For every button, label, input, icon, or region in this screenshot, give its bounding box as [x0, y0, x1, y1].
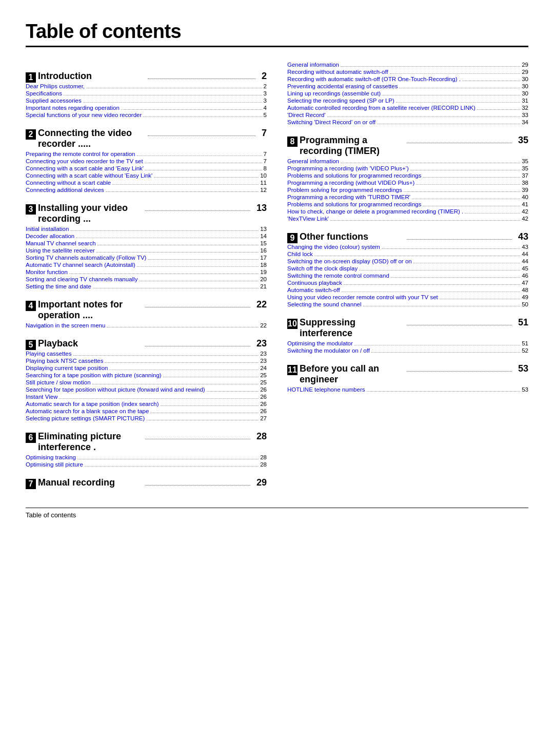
toc-entry[interactable]: Switching the on-screen display (OSD) of…	[287, 258, 528, 265]
toc-entry[interactable]: Special functions of your new video reco…	[26, 112, 267, 119]
toc-entry-dots	[341, 66, 520, 67]
toc-entry-page: 42	[522, 216, 528, 222]
toc-entry[interactable]: Recording with automatic switch-off (OTR…	[287, 76, 528, 83]
toc-entry[interactable]: Automatic search for a blank space on th…	[26, 408, 267, 415]
toc-entry[interactable]: Setting the time and date21	[26, 283, 267, 290]
section-title: Playback	[38, 338, 143, 349]
toc-entry-page: 22	[260, 322, 267, 328]
toc-entry[interactable]: Displaying current tape position24	[26, 365, 267, 372]
toc-entry[interactable]: Switching the modulator on / off52	[287, 347, 528, 354]
toc-entry[interactable]: Programming a recording with 'TURBO TIME…	[287, 194, 528, 201]
section-group: 11Before you call an engineer53HOTLINE t…	[287, 363, 528, 393]
toc-entry[interactable]: Instant View26	[26, 394, 267, 400]
toc-entry[interactable]: Supplied accessories3	[26, 98, 267, 104]
toc-entry[interactable]: Specifications3	[26, 90, 267, 97]
toc-entry[interactable]: Programming a recording (without VIDEO P…	[287, 180, 528, 186]
toc-entry[interactable]: Automatic controlled recording from a sa…	[287, 105, 528, 111]
toc-entry[interactable]: Selecting picture settings (SMART PICTUR…	[26, 415, 267, 422]
toc-entry-text: Using the satellite receiver	[26, 247, 95, 254]
toc-entry[interactable]: Using the satellite receiver16	[26, 247, 267, 254]
toc-entry-text: Instant View	[26, 394, 57, 400]
section-group: 6Eliminating picture interference .28Opt…	[26, 431, 267, 468]
section-dots	[148, 135, 255, 136]
toc-entry[interactable]: Child lock44	[287, 251, 528, 258]
toc-entry[interactable]: Playing cassettes23	[26, 351, 267, 357]
section-page: 51	[518, 317, 528, 328]
toc-entry[interactable]: Automatic search for a tape position (in…	[26, 401, 267, 408]
toc-entry[interactable]: Switching 'Direct Record' on or off34	[287, 119, 528, 126]
toc-entry[interactable]: Sorting TV channels automatically (Follo…	[26, 255, 267, 261]
toc-entry[interactable]: Connecting your video recorder to the TV…	[26, 158, 267, 165]
toc-entry[interactable]: General information29	[287, 62, 528, 68]
toc-entry[interactable]: Lining up recordings (assemble cut)30	[287, 90, 528, 97]
section-header: 3Installing your video recording ...13	[26, 203, 267, 224]
toc-entry[interactable]: Dear Philips customer,2	[26, 83, 267, 90]
toc-entry[interactable]: Still picture / slow motion25	[26, 379, 267, 386]
toc-entry[interactable]: Connecting additional devices12	[26, 187, 267, 193]
toc-entry[interactable]: 'NexTView Link'42	[287, 216, 528, 222]
toc-entry[interactable]: Selecting the sound channel50	[287, 301, 528, 308]
toc-entry[interactable]: Selecting the recording speed (SP or LP)…	[287, 98, 528, 104]
toc-entry-page: 44	[522, 258, 528, 264]
toc-entry-page: 25	[260, 372, 267, 378]
toc-entry-dots	[97, 245, 259, 245]
toc-entry[interactable]: Preventing accidental erasing of cassett…	[287, 83, 528, 90]
toc-entry[interactable]: Monitor function19	[26, 269, 267, 276]
toc-entry-dots	[359, 270, 520, 270]
toc-entry[interactable]: Manual TV channel search15	[26, 240, 267, 247]
toc-entry-page: 26	[260, 408, 267, 414]
toc-entry[interactable]: Connecting with a scart cable and 'Easy …	[26, 165, 267, 172]
toc-entry-text: Automatic controlled recording from a sa…	[287, 105, 476, 111]
toc-entry[interactable]: Searching for a tape position with pictu…	[26, 372, 267, 379]
toc-entry[interactable]: Searching for tape position without pict…	[26, 386, 267, 393]
toc-entry-text: Child lock	[287, 251, 313, 257]
toc-entry[interactable]: Problems and solutions for programmed re…	[287, 172, 528, 179]
toc-entry[interactable]: Connecting with a scart cable without 'E…	[26, 172, 267, 179]
toc-entry[interactable]: Switch off the clock display45	[287, 265, 528, 272]
toc-entry-dots	[423, 206, 520, 206]
toc-entry-text: Supplied accessories	[26, 98, 82, 104]
toc-entry[interactable]: Decoder allocation14	[26, 233, 267, 240]
toc-entry[interactable]: Initial installation13	[26, 226, 267, 232]
toc-entry-text: Switching the on-screen display (OSD) of…	[287, 258, 412, 264]
toc-entry[interactable]: Automatic TV channel search (Autoinstall…	[26, 262, 267, 268]
toc-entry-text: Navigation in the screen menu	[26, 322, 105, 328]
toc-entry[interactable]: Navigation in the screen menu22	[26, 322, 267, 329]
toc-entry[interactable]: 'Direct Record'33	[287, 112, 528, 119]
toc-entry-dots	[96, 252, 259, 253]
toc-entry[interactable]: Important notes regarding operation4	[26, 105, 267, 111]
toc-entry-page: 14	[260, 233, 267, 239]
section-dots	[145, 307, 250, 307]
toc-entry[interactable]: Problems and solutions for programmed re…	[287, 201, 528, 208]
toc-entry[interactable]: Programming a recording (with 'VIDEO Plu…	[287, 165, 528, 172]
toc-entry[interactable]: Sorting and clearing TV channels manuall…	[26, 276, 267, 283]
section-header: 8Programming a recording (TIMER)35	[287, 135, 528, 157]
right-column: General information29Recording without a…	[287, 62, 528, 492]
toc-entry-text: Automatic switch-off	[287, 287, 340, 293]
toc-entry[interactable]: Problem solving for programmed recording…	[287, 187, 528, 193]
toc-entry[interactable]: Optimising the modulator51	[287, 340, 528, 347]
toc-entry[interactable]: How to check, change or delete a program…	[287, 208, 528, 215]
toc-entry[interactable]: Optimising tracking28	[26, 454, 267, 461]
toc-entry-page: 11	[260, 180, 267, 186]
toc-entry[interactable]: Continuous playback47	[287, 280, 528, 286]
toc-entry[interactable]: Changing the video (colour) system43	[287, 244, 528, 250]
toc-entry-text: Problems and solutions for programmed re…	[287, 172, 421, 179]
toc-entry[interactable]: Switching the remote control command46	[287, 273, 528, 279]
toc-entry-dots	[145, 163, 262, 163]
toc-entry-text: Connecting without a scart cable	[26, 180, 111, 186]
toc-entry[interactable]: Automatic switch-off48	[287, 287, 528, 294]
toc-entry-dots	[377, 124, 520, 124]
toc-entry[interactable]: Playing back NTSC cassettes23	[26, 358, 267, 364]
toc-entry-dots	[344, 284, 520, 285]
toc-entry[interactable]: General information35	[287, 158, 528, 165]
toc-entry[interactable]: Using your video recorder remote control…	[287, 294, 528, 301]
toc-entry[interactable]: Preparing the remote control for operati…	[26, 151, 267, 158]
toc-entry-dots	[106, 191, 259, 192]
toc-entry-text: Important notes regarding operation	[26, 105, 120, 111]
toc-entry[interactable]: Recording without automatic switch-off29	[287, 69, 528, 75]
toc-entry[interactable]: Connecting without a scart cable11	[26, 180, 267, 186]
toc-entry[interactable]: HOTLINE telephone numbers53	[287, 386, 528, 393]
toc-entry[interactable]: Optimising still picture28	[26, 461, 267, 468]
toc-entry-page: 18	[260, 262, 267, 268]
